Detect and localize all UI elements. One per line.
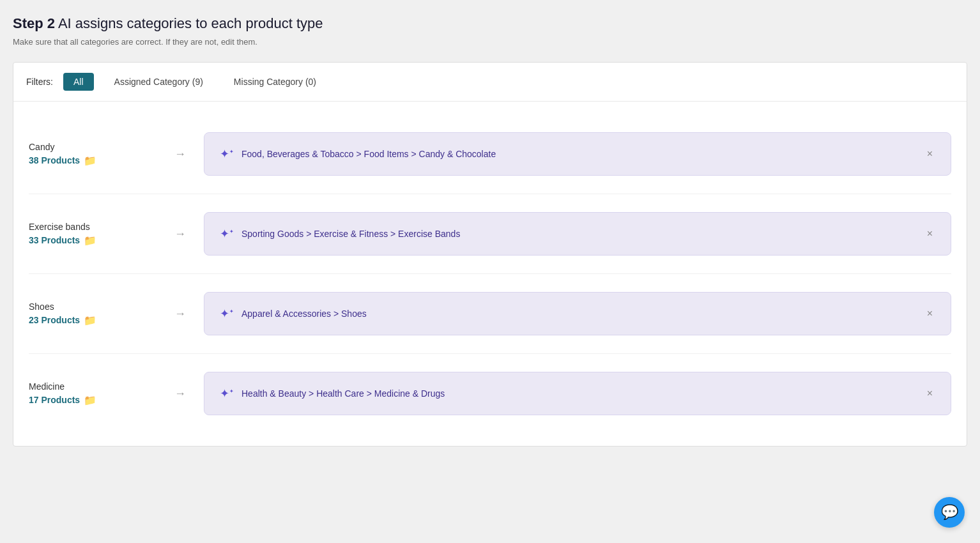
remove-category-button[interactable]: × bbox=[924, 146, 935, 162]
folder-icon: 📁 bbox=[84, 314, 96, 326]
filter-label: Filters: bbox=[26, 77, 53, 87]
chat-icon: 💬 bbox=[941, 504, 958, 521]
folder-icon: 📁 bbox=[84, 155, 96, 167]
folder-icon: 📁 bbox=[84, 234, 96, 247]
filter-all-button[interactable]: All bbox=[63, 73, 94, 91]
remove-category-button[interactable]: × bbox=[924, 305, 935, 322]
category-text: Health & Beauty > Health Care > Medicine… bbox=[241, 388, 912, 399]
product-info: Medicine 17 Products 📁 bbox=[29, 381, 157, 406]
product-name: Candy bbox=[29, 142, 157, 152]
product-count-text: 33 Products bbox=[29, 235, 80, 245]
ai-sparkle-icon: ✦✦ bbox=[220, 147, 234, 161]
category-pill[interactable]: ✦✦ Sporting Goods > Exercise & Fitness >… bbox=[204, 212, 951, 256]
page-header: Step 2 AI assigns categories to each pro… bbox=[13, 15, 967, 47]
main-container: Filters: All Assigned Category (9) Missi… bbox=[13, 62, 967, 447]
product-count: 38 Products 📁 bbox=[29, 155, 157, 167]
category-text: Food, Beverages & Tobacco > Food Items >… bbox=[241, 149, 912, 159]
arrow-icon: → bbox=[174, 148, 186, 161]
ai-sparkle-icon: ✦✦ bbox=[220, 386, 234, 401]
filter-bar: Filters: All Assigned Category (9) Missi… bbox=[13, 63, 967, 102]
ai-sparkle-icon: ✦✦ bbox=[220, 227, 234, 241]
product-info: Exercise bands 33 Products 📁 bbox=[29, 222, 157, 247]
arrow-icon: → bbox=[174, 307, 186, 321]
product-count: 33 Products 📁 bbox=[29, 234, 157, 247]
product-row: Shoes 23 Products 📁 → ✦✦ Apparel & Acces… bbox=[29, 274, 951, 354]
filter-assigned-button[interactable]: Assigned Category (9) bbox=[104, 73, 213, 91]
product-row: Candy 38 Products 📁 → ✦✦ Food, Beverages… bbox=[29, 114, 951, 194]
product-info: Shoes 23 Products 📁 bbox=[29, 302, 157, 326]
remove-category-button[interactable]: × bbox=[924, 226, 935, 242]
filter-missing-button[interactable]: Missing Category (0) bbox=[224, 73, 326, 91]
content-area: Candy 38 Products 📁 → ✦✦ Food, Beverages… bbox=[13, 102, 967, 446]
arrow-icon: → bbox=[174, 387, 186, 401]
category-pill[interactable]: ✦✦ Health & Beauty > Health Care > Medic… bbox=[204, 372, 951, 415]
category-text: Sporting Goods > Exercise & Fitness > Ex… bbox=[241, 229, 912, 239]
product-name: Medicine bbox=[29, 381, 157, 392]
product-name: Exercise bands bbox=[29, 222, 157, 232]
remove-category-button[interactable]: × bbox=[924, 385, 935, 402]
product-count-text: 23 Products bbox=[29, 315, 80, 325]
category-pill[interactable]: ✦✦ Apparel & Accessories > Shoes × bbox=[204, 292, 951, 335]
product-count: 23 Products 📁 bbox=[29, 314, 157, 326]
folder-icon: 📁 bbox=[84, 394, 96, 406]
arrow-icon: → bbox=[174, 227, 186, 241]
product-row: Exercise bands 33 Products 📁 → ✦✦ Sporti… bbox=[29, 194, 951, 274]
product-count-text: 17 Products bbox=[29, 395, 80, 405]
product-count: 17 Products 📁 bbox=[29, 394, 157, 406]
product-name: Shoes bbox=[29, 302, 157, 312]
page-subtitle: Make sure that all categories are correc… bbox=[13, 37, 967, 47]
page-title: Step 2 AI assigns categories to each pro… bbox=[13, 15, 967, 32]
product-count-text: 38 Products bbox=[29, 155, 80, 165]
product-row: Medicine 17 Products 📁 → ✦✦ Health & Bea… bbox=[29, 354, 951, 433]
chat-bubble-button[interactable]: 💬 bbox=[934, 497, 965, 528]
ai-sparkle-icon: ✦✦ bbox=[220, 307, 234, 321]
product-info: Candy 38 Products 📁 bbox=[29, 142, 157, 167]
category-pill[interactable]: ✦✦ Food, Beverages & Tobacco > Food Item… bbox=[204, 132, 951, 176]
category-text: Apparel & Accessories > Shoes bbox=[241, 309, 912, 319]
